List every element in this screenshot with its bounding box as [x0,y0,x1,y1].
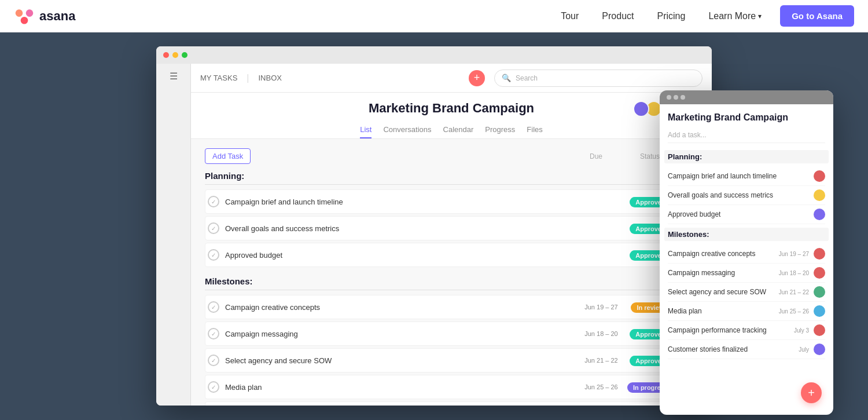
tab-conversations[interactable]: Conversations [383,122,431,138]
mobile-avatar [814,324,825,336]
avatar-1 [633,101,649,117]
mobile-content: Marketing Brand Campaign Add a task... P… [660,104,833,415]
nav-tour[interactable]: Tour [561,11,579,21]
nav-pricing[interactable]: Pricing [657,11,685,21]
tab-list[interactable]: List [360,122,372,138]
mobile-task-name: Overall goals and success metrics [668,191,809,199]
mobile-dot-1 [667,95,671,100]
window-close-dot [163,52,169,58]
main-area: ☰ MY TASKS | INBOX + 🔍 Search [0,32,868,420]
task-checkbox[interactable]: ✓ [208,196,219,207]
mobile-dot-2 [674,95,678,100]
mobile-avatar [814,209,825,220]
mobile-task-row[interactable]: Campaign performance tracking July 3 [668,321,825,340]
mobile-task-row[interactable]: Customer stories finalized July [668,340,825,359]
mobile-task-row[interactable]: Campaign creative concepts Jun 19 – 27 [668,244,825,264]
mobile-section-milestones: Milestones: [664,228,829,241]
chevron-down-icon: ▾ [758,12,762,20]
window-maximize-dot [182,52,187,58]
project-tabs: List Conversations Calendar Progress Fil… [203,122,700,138]
task-due: Jun 19 – 27 [578,304,624,311]
logo-text: asana [39,9,75,24]
task-checkbox[interactable]: ✓ [208,381,219,393]
mobile-dot-3 [681,95,685,100]
mobile-task-row[interactable]: Overall goals and success metrics [668,186,825,205]
task-checkbox[interactable]: ✓ [208,222,219,234]
project-title: Marketing Brand Campaign [203,101,700,116]
app-inner: ☰ MY TASKS | INBOX + 🔍 Search [156,64,712,406]
task-checkbox[interactable]: ✓ [208,301,219,313]
task-row[interactable]: ✓ Approved budget Approved [205,243,698,267]
task-checkbox[interactable]: ✓ [208,328,219,339]
task-name: Campaign messaging [225,330,578,338]
task-list-header: Add Task Due Status 👤 [205,148,698,164]
mobile-task-row[interactable]: Campaign messaging Jun 18 – 20 [668,264,825,283]
mobile-avatar [814,286,825,298]
mobile-task-date: Jun 19 – 27 [779,251,809,257]
mobile-task-row[interactable]: Approved budget [668,205,825,224]
task-row[interactable]: ✓ Campaign messaging Jun 18 – 20 Approve… [205,322,698,346]
mobile-avatar [814,267,825,279]
task-checkbox[interactable]: ✓ [208,355,219,366]
mobile-avatar [814,189,825,201]
task-row[interactable]: ✓ Overall goals and success metrics Appr… [205,216,698,240]
task-list: Add Task Due Status 👤 Planning: ✓ Campai… [191,139,712,406]
mobile-add-task-field[interactable]: Add a task... [668,127,825,143]
top-navigation: asana Tour Product Pricing Learn More ▾ … [0,0,868,32]
inbox-link[interactable]: INBOX [258,74,281,82]
topbar-nav: MY TASKS | INBOX [200,73,459,83]
task-row[interactable]: ✓ Campaign brief and launch timeline App… [205,189,698,214]
window-minimize-dot [172,52,178,58]
mobile-task-name: Campaign creative concepts [668,250,774,258]
mobile-task-date: Jun 21 – 22 [779,289,809,295]
mobile-fab-button[interactable]: + [801,382,822,403]
add-task-button-main[interactable]: Add Task [205,148,251,164]
mobile-task-row[interactable]: Select agency and secure SOW Jun 21 – 22 [668,283,825,302]
task-due: Jun 21 – 22 [578,357,624,364]
task-row[interactable]: ✓ Media plan Jun 25 – 26 In progress [205,375,698,399]
mobile-task-name: Campaign messaging [668,269,774,277]
logo[interactable]: asana [14,6,75,27]
mobile-task-date: Jun 25 – 26 [779,308,809,315]
search-bar[interactable]: 🔍 Search [494,70,703,87]
mobile-task-date: Jun 18 – 20 [779,270,809,276]
asana-logo-icon [14,6,35,27]
task-name: Campaign creative concepts [225,303,578,312]
task-row[interactable]: ✓ Select agency and secure SOW Jun 21 – … [205,348,698,372]
nav-product[interactable]: Product [602,11,634,21]
task-due: Jun 18 – 20 [578,330,624,337]
mobile-panel: Marketing Brand Campaign Add a task... P… [660,90,833,415]
project-header: Marketing Brand Campaign + List Conversa… [191,93,712,139]
tab-files[interactable]: Files [527,122,542,138]
app-sidebar: ☰ [156,64,191,406]
hamburger-menu-icon[interactable]: ☰ [170,71,178,82]
window-chrome [156,46,712,64]
app-topbar: MY TASKS | INBOX + 🔍 Search [191,64,712,93]
tab-calendar[interactable]: Calendar [443,122,474,138]
mobile-chrome [660,90,833,104]
task-row[interactable]: ✓ Campaign creative concepts Jun 19 – 27… [205,295,698,319]
section-planning: Planning: [205,171,698,185]
mobile-task-row[interactable]: Campaign brief and launch timeline [668,167,825,186]
my-tasks-link[interactable]: MY TASKS [200,74,237,82]
app-window: ☰ MY TASKS | INBOX + 🔍 Search [156,46,712,406]
task-checkbox[interactable]: ✓ [208,249,219,261]
task-name: Campaign brief and launch timeline [225,198,578,206]
mobile-task-row[interactable]: Media plan Jun 25 – 26 [668,302,825,321]
tab-progress[interactable]: Progress [485,122,515,138]
nav-learn-more[interactable]: Learn More ▾ [708,11,762,21]
mobile-task-date: July [799,346,809,353]
mobile-task-name: Campaign performance tracking [668,326,789,334]
add-task-button[interactable]: + [469,70,485,86]
go-to-asana-button[interactable]: Go to Asana [780,5,854,27]
svg-point-1 [16,9,23,17]
svg-point-0 [21,16,28,24]
mobile-project-title: Marketing Brand Campaign [668,112,825,123]
task-row[interactable]: ✓ Campaign performance tracking Jul 3 In… [205,401,698,406]
task-name: Overall goals and success metrics [225,224,578,233]
mobile-task-name: Campaign brief and launch timeline [668,172,809,180]
mobile-section-planning: Planning: [664,150,829,163]
due-header: Due [573,152,619,160]
app-content: MY TASKS | INBOX + 🔍 Search Marketing Br… [191,64,712,406]
task-name: Select agency and secure SOW [225,356,578,365]
